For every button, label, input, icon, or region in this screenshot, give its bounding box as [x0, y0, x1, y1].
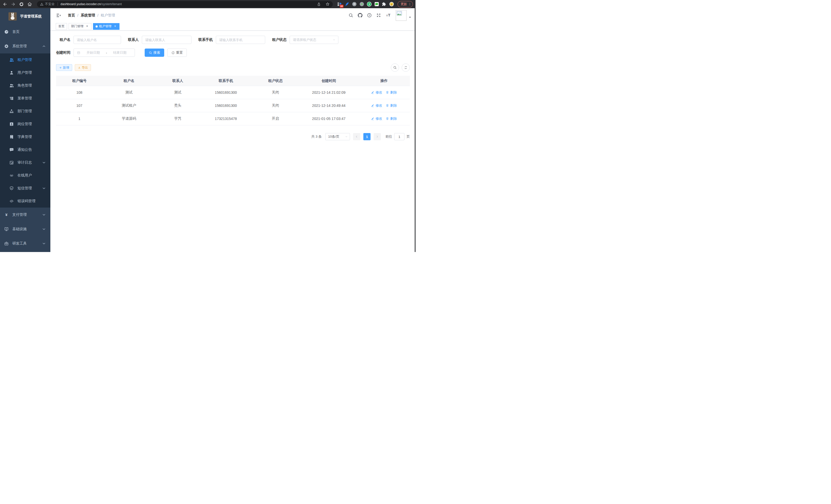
goto-page-input[interactable]	[394, 133, 404, 140]
sidebar-item-label: 字典管理	[18, 135, 47, 139]
filter-row-2: 创建时间 开始日期 - 结束日期 搜索 重置	[56, 49, 410, 57]
hamburger-icon[interactable]	[56, 13, 61, 18]
sidebar-item-3[interactable]: 用户管理	[0, 66, 50, 79]
column-header: 租户编号	[56, 76, 103, 86]
sidebar-item-label: 通知公告	[18, 147, 47, 152]
header-search-icon[interactable]	[348, 13, 353, 18]
phone-input[interactable]	[216, 36, 265, 44]
cell-contact: 芋艿	[155, 112, 200, 125]
delete-link[interactable]: 删除	[386, 90, 397, 95]
pagination: 共 3 条 10条/页 1 前往 页	[56, 133, 410, 140]
close-icon[interactable]: ×	[85, 25, 89, 28]
browser-back-icon[interactable]	[3, 2, 7, 7]
delete-link[interactable]: 删除	[386, 116, 397, 121]
sidebar-item-12[interactable]: 短信管理	[0, 182, 50, 195]
toggle-search-button[interactable]	[391, 63, 399, 72]
emoji-profile-icon[interactable]	[389, 2, 394, 7]
edit-link[interactable]: 修改	[371, 103, 382, 108]
close-icon[interactable]: ×	[113, 25, 117, 28]
reset-button[interactable]: 重置	[167, 49, 187, 57]
sidebar-item-14[interactable]: ¥支付管理	[0, 208, 50, 222]
yuque-extension-icon[interactable]: y	[367, 2, 372, 7]
help-icon[interactable]: ?	[367, 13, 372, 18]
sidebar-item-2[interactable]: 租户管理	[0, 53, 50, 66]
sidebar-item-15[interactable]: 基础设施	[0, 222, 50, 236]
browser-update-button[interactable]: 更新	[398, 1, 413, 7]
tab-0[interactable]: 首页	[56, 23, 67, 30]
sidebar-item-11[interactable]: 在线用户	[0, 169, 50, 182]
edit-link[interactable]: 修改	[371, 90, 382, 95]
page-suffix: 页	[406, 135, 410, 139]
sidebar-item-6[interactable]: 部门管理	[0, 105, 50, 118]
sidebar-item-9[interactable]: 通知公告	[0, 143, 50, 156]
puzzle-extensions-icon[interactable]	[381, 2, 387, 7]
chevron-left-icon	[355, 135, 358, 138]
sidebar-item-7[interactable]: 岗位管理	[0, 118, 50, 130]
breadcrumb-home[interactable]: 首页	[68, 13, 75, 18]
svg-text:y: y	[369, 3, 370, 5]
filter-create-time: 创建时间 开始日期 - 结束日期	[56, 49, 135, 57]
edit-link[interactable]: 修改	[371, 116, 382, 121]
errorcode-icon	[9, 199, 14, 203]
sidebar-item-label: 支付管理	[12, 212, 41, 217]
reset-button-label: 重置	[176, 50, 183, 55]
tab-1[interactable]: 部门管理×	[68, 23, 91, 30]
date-range-picker[interactable]: 开始日期 - 结束日期	[74, 49, 135, 57]
sidebar-item-1[interactable]: 系统管理	[0, 39, 50, 53]
page-size-select[interactable]: 10条/页	[325, 133, 350, 140]
browser-reload-icon[interactable]	[19, 2, 24, 7]
command-extension-icon[interactable]: ⌘	[352, 2, 357, 7]
column-header: 创建时间	[299, 76, 358, 86]
tab-2[interactable]: 租户管理×	[93, 23, 119, 30]
status-select[interactable]: 请选择租户状态	[290, 36, 338, 44]
column-header: 租户状态	[251, 76, 299, 86]
browser-menu-icon[interactable]	[408, 2, 412, 6]
rabbit-logo-icon	[8, 12, 17, 21]
avatar[interactable]	[396, 10, 406, 21]
table-tools	[391, 63, 410, 72]
cell-tenant-id: 108	[56, 86, 103, 99]
export-button[interactable]: 导出	[75, 64, 91, 71]
add-button[interactable]: 新增	[56, 64, 72, 71]
date-end-placeholder[interactable]: 结束日期	[108, 50, 132, 55]
sidebar-item-0[interactable]: 首页	[0, 25, 50, 39]
chevron-down-icon[interactable]	[408, 16, 411, 19]
date-start-placeholder[interactable]: 开始日期	[81, 50, 105, 55]
export-button-label: 导出	[82, 65, 88, 70]
goto-label: 前往	[385, 135, 392, 139]
cell-phone: 15601691300	[200, 99, 251, 112]
cell-created: 2021-12-14 20:49:44	[299, 99, 358, 112]
share-icon[interactable]	[317, 2, 321, 6]
sidebar-item-13[interactable]: 错误码管理	[0, 195, 50, 208]
delete-label: 删除	[390, 103, 397, 108]
kite-extension-icon[interactable]	[344, 2, 349, 7]
sidebar-item-8[interactable]: 字典管理	[0, 130, 50, 143]
browser-forward-icon[interactable]	[11, 2, 16, 7]
edit-label: 修改	[375, 116, 382, 121]
chat-extension-icon[interactable]	[374, 2, 379, 7]
contact-input[interactable]	[142, 36, 192, 44]
refresh-table-button[interactable]	[402, 63, 410, 72]
sidebar-item-4[interactable]: 角色管理	[0, 79, 50, 92]
sidebar-item-5[interactable]: 菜单管理	[0, 92, 50, 105]
page-number-1[interactable]: 1	[363, 133, 371, 140]
sidebar-item-10[interactable]: 审计日志	[0, 156, 50, 169]
recorder-extension-icon[interactable]	[359, 2, 364, 7]
fullscreen-icon[interactable]	[376, 13, 381, 18]
delete-link[interactable]: 删除	[386, 103, 397, 108]
filter-tenant-name: 租户名	[60, 36, 121, 44]
font-size-icon[interactable]: TT	[385, 13, 392, 18]
address-bar[interactable]: 不安全 dashboard.yudao.iocoder.cn /system/t…	[37, 1, 333, 7]
prev-page-button[interactable]	[353, 133, 360, 140]
bookmark-star-icon[interactable]	[325, 2, 330, 6]
sidebar-item-16[interactable]: 研发工具	[0, 236, 50, 251]
next-page-button[interactable]	[374, 133, 381, 140]
sidebar-logo[interactable]: 芋道管理系统	[0, 8, 50, 25]
search-button[interactable]: 搜索	[145, 49, 164, 57]
tenant-name-input[interactable]	[74, 36, 121, 44]
extension-badge-icon[interactable]: 10	[337, 2, 342, 7]
github-icon[interactable]	[358, 13, 363, 18]
browser-home-icon[interactable]	[27, 2, 32, 7]
contact-label: 联系人	[128, 37, 139, 42]
breadcrumb-system[interactable]: 系统管理	[81, 13, 95, 18]
